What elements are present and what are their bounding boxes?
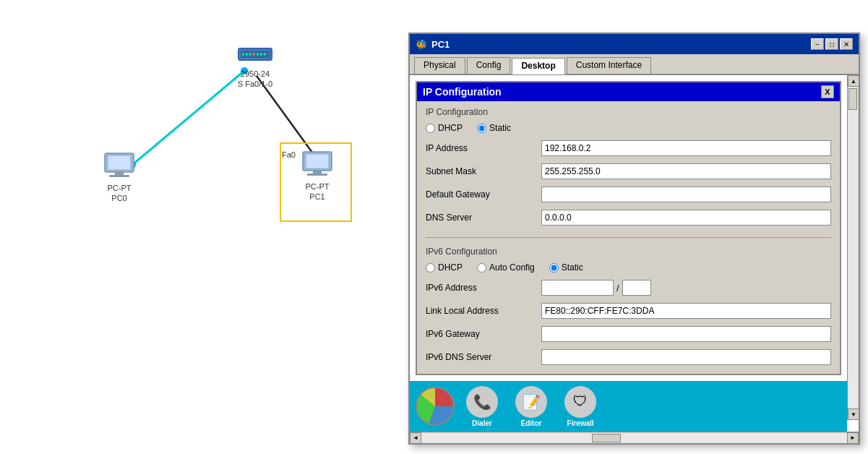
scroll-track-right <box>848 87 858 408</box>
toolbar-firewall[interactable]: 🛡 Firewall <box>559 386 602 427</box>
ipv6-radio-row: DHCP Auto Config Static <box>426 262 831 273</box>
ipv6-dhcp-radio[interactable] <box>426 263 435 273</box>
desktop-toolbar: 📞 Dialer 📝 Editor 🛡 Firewall <box>410 381 847 432</box>
svg-point-12 <box>249 53 252 55</box>
dhcp-radio[interactable] <box>426 124 435 133</box>
dhcp-label: DHCP <box>438 123 463 133</box>
pie-chart-icon <box>416 387 455 426</box>
static-radio[interactable] <box>477 124 486 133</box>
pc1-icon <box>300 150 335 178</box>
ipv6-address-label: IPv6 Address <box>426 283 541 293</box>
ip-config-close-button[interactable]: X <box>821 85 834 98</box>
ip-config-window: IP Configuration X IP Configuration DHCP <box>416 81 841 375</box>
ipv6-static-item[interactable]: Static <box>549 262 583 273</box>
scroll-right-arrow[interactable]: ► <box>847 432 859 444</box>
device-switch[interactable]: 2950-24 S Fa0/1-0 <box>223 43 288 90</box>
default-gateway-input[interactable] <box>541 187 831 202</box>
scroll-left-arrow[interactable]: ◄ <box>410 432 421 444</box>
editor-label: Editor <box>521 419 542 427</box>
ip-address-input[interactable] <box>541 140 831 156</box>
tab-config[interactable]: Config <box>467 57 511 74</box>
section-divider <box>426 237 831 238</box>
ipv6-address-row: IPv6 Address / <box>426 280 831 296</box>
scroll-up-arrow[interactable]: ▲ <box>848 75 859 87</box>
svg-point-13 <box>253 53 255 55</box>
dns-server-input[interactable] <box>541 210 831 226</box>
svg-rect-6 <box>115 172 124 175</box>
ipv6-auto-item[interactable]: Auto Config <box>477 262 535 273</box>
dhcp-radio-item[interactable]: DHCP <box>426 123 463 133</box>
svg-point-10 <box>242 53 244 55</box>
switch-icon <box>237 43 273 65</box>
link-local-input[interactable] <box>541 303 831 319</box>
svg-rect-20 <box>307 174 327 176</box>
close-window-button[interactable]: ✕ <box>840 38 853 50</box>
ipv4-radio-row: DHCP Static <box>426 123 831 133</box>
ipv6-static-label: Static <box>562 262 583 273</box>
static-label: Static <box>489 123 511 133</box>
window-title-area: 🐝 PC1 <box>416 39 450 50</box>
svg-rect-18 <box>306 154 329 168</box>
ipv6-prefix-input[interactable] <box>622 280 651 296</box>
ipv6-auto-label: Auto Config <box>489 262 535 273</box>
ipv6-dns-row: IPv6 DNS Server <box>426 349 831 365</box>
pc0-label: PC-PT PC0 <box>94 183 145 204</box>
svg-rect-7 <box>109 175 129 177</box>
ip-config-titlebar: IP Configuration X <box>417 82 840 101</box>
subnet-mask-label: Subnet Mask <box>426 166 541 176</box>
ipv6-address-input[interactable] <box>541 280 614 296</box>
ipv4-section-label: IP Configuration <box>426 107 831 117</box>
ip-address-row: IP Address <box>426 140 831 156</box>
content-area: IP Configuration X IP Configuration DHCP <box>410 75 847 432</box>
pc0-icon <box>102 152 137 179</box>
svg-point-11 <box>246 53 248 55</box>
fa0-label: Fa0 <box>282 150 296 159</box>
dialer-label: Dialer <box>472 419 492 427</box>
ipv6-dns-input[interactable] <box>541 349 831 365</box>
static-radio-item[interactable]: Static <box>477 123 511 133</box>
ipv6-dns-label: IPv6 DNS Server <box>426 352 541 362</box>
subnet-mask-input[interactable] <box>541 163 831 179</box>
window-titlebar: 🐝 PC1 − □ ✕ <box>410 34 859 54</box>
scrollbar-right[interactable]: ▲ ▼ <box>847 75 859 420</box>
switch-label: 2950-24 S Fa0/1-0 <box>223 69 288 90</box>
link-local-label: Link Local Address <box>426 306 541 316</box>
ipv6-gateway-input[interactable] <box>541 326 831 342</box>
svg-rect-5 <box>108 155 131 170</box>
maximize-button[interactable]: □ <box>825 38 838 50</box>
toolbar-editor[interactable]: 📝 Editor <box>510 386 553 427</box>
ipv6-gateway-label: IPv6 Gateway <box>426 329 541 339</box>
subnet-mask-row: Subnet Mask <box>426 163 831 179</box>
svg-point-16 <box>264 53 266 55</box>
scroll-down-arrow[interactable]: ▼ <box>848 408 859 420</box>
tabs-bar: Physical Config Desktop Custom Interface <box>410 54 859 75</box>
window-controls: − □ ✕ <box>811 38 853 50</box>
toolbar-dialer[interactable]: 📞 Dialer <box>460 386 504 427</box>
device-pc1[interactable]: Fa0 PC-PT PC1 <box>292 150 343 202</box>
device-pc0[interactable]: PC-PT PC0 <box>94 152 145 204</box>
ipv6-address-with-slash: / <box>541 280 831 296</box>
default-gateway-label: Default Gateway <box>426 189 541 200</box>
ip-config-body: IP Configuration DHCP Static <box>417 101 840 374</box>
firewall-label: Firewall <box>567 419 593 427</box>
tab-physical[interactable]: Physical <box>414 57 465 74</box>
tab-custom-interface[interactable]: Custom Interface <box>567 57 651 74</box>
minimize-button[interactable]: − <box>811 38 824 50</box>
tab-desktop[interactable]: Desktop <box>512 58 564 74</box>
ip-address-label: IP Address <box>426 143 541 153</box>
scroll-thumb-bottom[interactable] <box>592 434 621 442</box>
main-window: 🐝 PC1 − □ ✕ Physical Config Desktop Cust… <box>408 33 860 445</box>
ipv6-auto-radio[interactable] <box>477 263 486 273</box>
ipv6-static-radio[interactable] <box>549 263 559 273</box>
ipv6-section-label: IPv6 Configuration <box>426 247 831 257</box>
pc1-label: PC-PT PC1 <box>292 181 343 202</box>
editor-icon: 📝 <box>515 386 547 418</box>
svg-point-15 <box>260 53 262 55</box>
dns-server-label: DNS Server <box>426 213 541 223</box>
dns-server-row: DNS Server <box>426 210 831 226</box>
ipv6-dhcp-item[interactable]: DHCP <box>426 262 463 273</box>
window-title-icon: 🐝 <box>416 39 427 50</box>
svg-rect-19 <box>313 171 322 174</box>
dialer-icon: 📞 <box>466 386 498 418</box>
scroll-thumb-right[interactable] <box>848 88 857 110</box>
